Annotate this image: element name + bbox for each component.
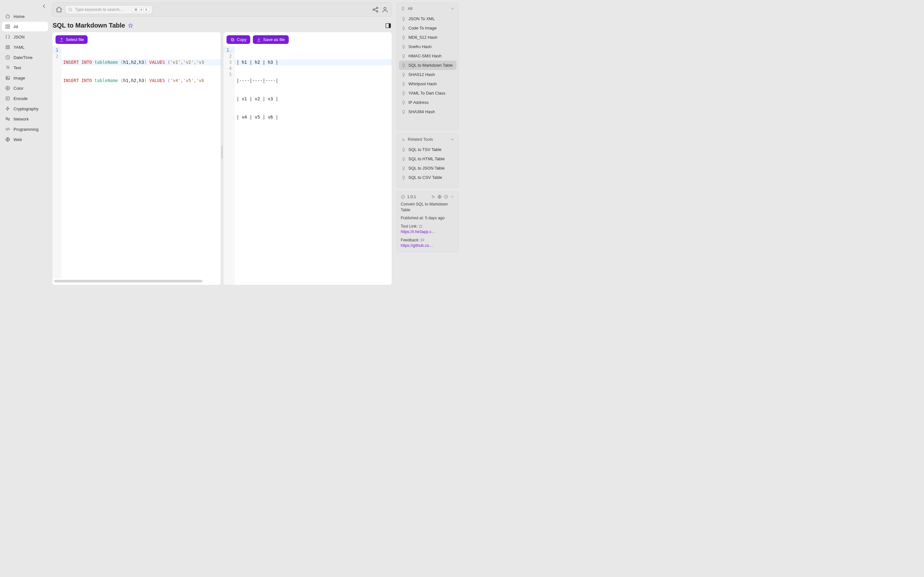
feedback-link[interactable]: https://github.com/…	[401, 243, 436, 249]
favorite-button[interactable]	[128, 23, 134, 29]
lightbulb-icon	[401, 35, 406, 40]
svg-rect-22	[231, 38, 233, 40]
svg-rect-1	[8, 25, 10, 26]
select-file-button[interactable]: Select file	[55, 35, 87, 44]
account-button[interactable]	[381, 6, 389, 13]
text-size-icon[interactable]	[431, 195, 435, 199]
tool-item[interactable]: MD6_512 Hash	[399, 33, 457, 42]
tool-item-label: Snefru Hash	[409, 44, 431, 49]
svg-rect-5	[8, 45, 9, 47]
sidebar-item-label: Programming	[13, 127, 39, 132]
related-tools-list[interactable]: SQL to TSV TableSQL to HTML TableSQL to …	[397, 145, 459, 185]
lightbulb-icon	[401, 26, 406, 31]
search-box[interactable]: ⌘ + K	[65, 5, 152, 14]
svg-rect-21	[232, 39, 234, 41]
output-gutter: 1⌄ 2 3 4 5	[223, 46, 234, 285]
sidebar-item-web[interactable]: Web	[2, 135, 48, 144]
sidebar-item-json[interactable]: JSON	[2, 32, 48, 42]
save-as-file-button[interactable]: Save as file	[253, 35, 288, 44]
chevron-down-icon	[450, 6, 455, 11]
encode-icon	[5, 96, 10, 101]
sidebar-item-label: Color	[13, 86, 23, 91]
right-panel: All JSON To XMLCode To ImageMD6_512 Hash…	[395, 0, 462, 288]
tool-item[interactable]: YAML To Dart Class	[399, 89, 457, 98]
lightbulb-icon	[401, 63, 406, 68]
lightbulb-icon	[401, 73, 406, 77]
svg-rect-6	[6, 47, 7, 49]
sidebar-item-network[interactable]: Network	[2, 114, 48, 124]
tool-item[interactable]: SQL to JSON Table	[399, 163, 457, 173]
web-icon	[5, 137, 10, 142]
all-tools-header[interactable]: All	[397, 3, 459, 14]
toggle-right-panel-button[interactable]	[385, 23, 391, 29]
tool-item[interactable]: SQL to Markdown Table	[399, 61, 457, 70]
tool-item[interactable]: HMAC-SM3 Hash	[399, 51, 457, 61]
lightbulb-icon	[401, 100, 406, 105]
output-code-body[interactable]: | h1 | h2 | h3 | |----|----|----| | v1 |…	[234, 46, 392, 285]
tool-item[interactable]: SQL to HTML Table	[399, 154, 457, 163]
input-code-area[interactable]: 1 2 INSERT INTO tableName (h1,h2,h3) VAL…	[52, 46, 221, 279]
fold-icon[interactable]: ⌄	[229, 49, 232, 52]
sidebar-item-label: Web	[13, 137, 22, 142]
split-handle[interactable]	[221, 32, 223, 285]
search-shortcut: ⌘ + K	[132, 7, 150, 12]
search-input[interactable]	[75, 7, 129, 12]
sidebar-item-text[interactable]: Text	[2, 63, 48, 73]
svg-point-10	[7, 77, 8, 78]
globe-icon[interactable]	[437, 195, 442, 199]
json-icon	[5, 34, 10, 39]
svg-point-18	[384, 7, 386, 10]
lightbulb-icon	[401, 17, 406, 21]
tool-item[interactable]: Whirlpool Hash	[399, 79, 457, 89]
copy-icon	[230, 37, 235, 42]
message-icon	[421, 238, 425, 242]
output-code-area[interactable]: 1⌄ 2 3 4 5 | h1 | h2 | h3 | |----|----|-…	[223, 46, 392, 285]
tool-item[interactable]: Code To Image	[399, 23, 457, 33]
lightbulb-icon	[401, 110, 406, 114]
sidebar-item-date-time[interactable]: Date/Time	[2, 53, 48, 62]
sidebar-item-label: Home	[13, 14, 25, 19]
lightbulb-icon	[401, 91, 406, 95]
lightbulb-icon	[401, 175, 406, 180]
home-button[interactable]	[55, 6, 63, 13]
sidebar-item-label: Cryptography	[13, 106, 39, 111]
sidebar-item-home[interactable]: Home	[2, 11, 48, 21]
sidebar-item-cryptography[interactable]: Cryptography	[2, 104, 48, 113]
sidebar-item-encode[interactable]: Encode	[2, 93, 48, 103]
tool-item[interactable]: SHA384 Hash	[399, 107, 457, 116]
tool-item[interactable]: JSON To XML	[399, 14, 457, 23]
link-icon	[419, 224, 423, 228]
sidebar-item-image[interactable]: Image	[2, 73, 48, 83]
all-tools-title: All	[408, 6, 412, 11]
related-tools-header[interactable]: Related Tools	[397, 134, 459, 145]
chevron-down-icon[interactable]	[450, 195, 455, 199]
svg-rect-2	[6, 27, 7, 29]
search-icon	[68, 7, 73, 12]
version-text: 1.0.1	[407, 195, 416, 199]
sidebar-item-color[interactable]: Color	[2, 83, 48, 93]
tool-item[interactable]: SQL to CSV Table	[399, 173, 457, 182]
tool-item[interactable]: IP Address	[399, 98, 457, 107]
all-tools-group: All JSON To XMLCode To ImageMD6_512 Hash…	[397, 3, 459, 130]
input-code-body[interactable]: INSERT INTO tableName (h1,h2,h3) VALUES …	[61, 46, 221, 279]
lightbulb-icon	[401, 54, 406, 58]
tool-item[interactable]: SHA512 Hash	[399, 70, 457, 79]
sidebar: HomeAllJSONYAMLDate/TimeTextImageColorEn…	[0, 0, 50, 288]
check-circle-icon[interactable]	[444, 195, 448, 199]
share-button[interactable]	[372, 6, 379, 13]
copy-button[interactable]: Copy	[226, 35, 250, 44]
tool-link[interactable]: https://t.he3app.co…	[401, 229, 436, 235]
meta-description: Convert SQL to Markdown Table	[401, 201, 455, 213]
all-tools-list[interactable]: JSON To XMLCode To ImageMD6_512 HashSnef…	[397, 14, 459, 119]
sidebar-item-yaml[interactable]: YAML	[2, 42, 48, 52]
sidebar-item-programming[interactable]: Programming	[2, 124, 48, 134]
input-h-scrollbar[interactable]	[54, 279, 219, 283]
lightbulb-icon	[401, 157, 406, 161]
sidebar-item-all[interactable]: All	[2, 22, 48, 31]
tool-item[interactable]: SQL to TSV Table	[399, 145, 457, 154]
svg-point-25	[444, 195, 448, 199]
collapse-sidebar-button[interactable]	[41, 3, 47, 9]
sidebar-item-label: JSON	[13, 35, 25, 39]
tool-item[interactable]: Snefru Hash	[399, 42, 457, 51]
related-tools-title: Related Tools	[408, 137, 433, 142]
